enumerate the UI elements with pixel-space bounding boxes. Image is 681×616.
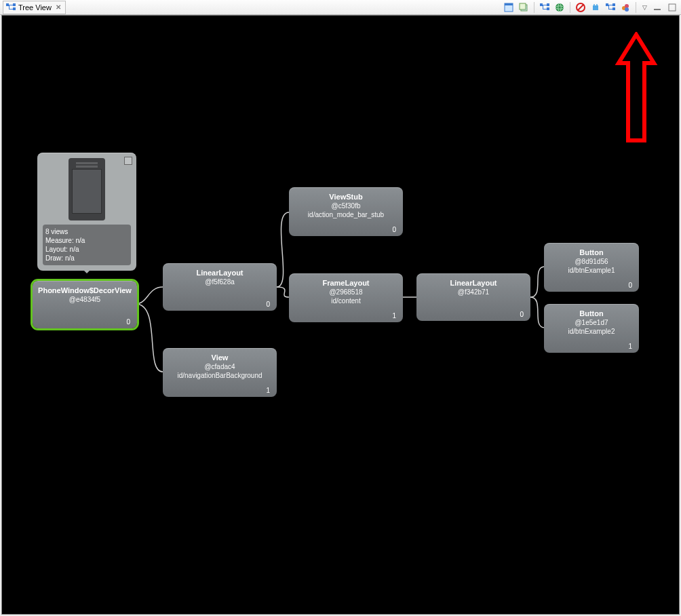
svg-rect-15 [654,9,661,10]
svg-rect-9 [593,5,598,10]
node-count: 0 [628,282,632,289]
node-hash: @c5f30fb [294,202,397,210]
node-viewstub[interactable]: ViewStub @c5f30fb id/action_mode_bar_stu… [289,187,403,236]
node-linearlayout-2[interactable]: LinearLayout @f342b71 0 [416,273,530,321]
svg-line-8 [578,5,583,10]
stat-views: 8 views [45,227,128,236]
node-title: FrameLayout [294,279,397,287]
node-title: Button [549,248,634,256]
node-count: 0 [266,301,270,308]
node-title: Button [549,309,634,317]
tree-load-icon[interactable] [604,1,617,14]
node-count: 1 [266,387,270,394]
annotation-arrow [615,32,658,147]
node-count: 0 [520,311,524,318]
tab-title: Tree View [18,3,52,12]
svg-rect-1 [505,3,513,5]
node-decorview[interactable]: PhoneWindow$DecorView @e4834f5 0 [33,281,137,328]
node-title: LinearLayout [422,279,525,287]
node-button-2[interactable]: Button @1e5e1d7 id/btnExample2 1 [544,304,639,353]
close-tab-icon[interactable]: ✕ [56,3,61,11]
svg-point-10 [594,4,595,5]
stat-draw: Draw: n/a [45,254,128,263]
svg-point-11 [596,4,598,5]
node-hash: @2968518 [294,288,397,296]
node-framelayout[interactable]: FrameLayout @2968518 id/content 1 [289,273,403,322]
node-hash: @f5f628a [168,278,271,286]
minimize-view-icon[interactable] [651,1,663,14]
hierarchy-canvas[interactable]: 8 views Measure: n/a Layout: n/a Draw: n… [1,15,680,615]
view-menu-chevron-icon[interactable]: ▽ [640,1,648,14]
expand-preview-icon[interactable] [124,157,132,165]
profile-cpu-icon[interactable] [619,1,631,14]
svg-point-4 [556,3,564,12]
node-id: id/content [294,297,397,305]
toolbar-separator [534,2,534,13]
node-hash: @8d91d56 [549,258,634,265]
view-toolbar: Tree View ✕ ▽ [0,0,681,15]
forbidden-icon[interactable] [575,1,587,14]
node-hash: @e4834f5 [38,296,132,303]
node-id: id/btnExample1 [549,267,634,274]
window-restore-icon[interactable] [503,1,515,14]
node-count: 0 [392,226,396,233]
android-icon[interactable] [589,1,602,14]
tree-icon[interactable] [539,1,551,14]
node-title: PhoneWindow$DecorView [38,286,132,294]
node-view-navbg[interactable]: View @cfadac4 id/navigationBarBackground… [163,348,277,397]
preview-stats: 8 views Measure: n/a Layout: n/a Draw: n… [43,225,131,265]
node-title: ViewStub [294,193,397,201]
node-hash: @cfadac4 [168,363,271,370]
node-hash: @1e5e1d7 [549,319,634,326]
device-preview-thumbnail [69,158,105,220]
node-linearlayout-1[interactable]: LinearLayout @f5f628a 0 [163,263,277,311]
node-title: View [168,353,271,362]
node-count: 1 [392,312,396,320]
svg-rect-3 [520,3,526,9]
layers-icon[interactable] [518,1,530,14]
node-preview-callout: 8 views Measure: n/a Layout: n/a Draw: n… [37,153,136,271]
maximize-view-icon[interactable] [666,1,678,14]
node-button-1[interactable]: Button @8d91d56 id/btnExample1 0 [544,243,639,292]
toolbar-separator [570,2,570,13]
node-hash: @f342b71 [422,288,525,296]
stat-layout: Layout: n/a [45,245,128,254]
tree-view-tab-icon [6,3,16,12]
node-id: id/navigationBarBackground [168,372,271,379]
node-count: 0 [126,318,130,326]
svg-point-14 [625,7,629,12]
tab-tree-view[interactable]: Tree View ✕ [3,1,66,14]
stat-measure: Measure: n/a [45,236,128,245]
node-id: id/action_mode_bar_stub [294,211,397,218]
node-title: LinearLayout [168,269,271,277]
globe-icon[interactable] [553,1,566,14]
toolbar-actions: ▽ [503,1,678,14]
node-count: 1 [628,343,632,350]
node-id: id/btnExample2 [549,328,634,335]
toolbar-separator [636,2,636,13]
svg-rect-16 [669,4,676,11]
